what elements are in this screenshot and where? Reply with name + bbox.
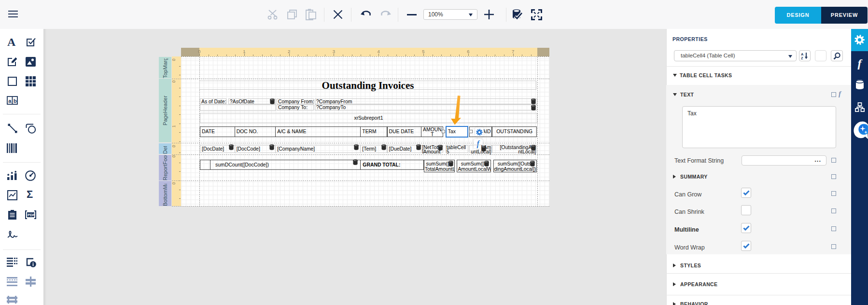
svg-text:a: a (8, 98, 12, 104)
svg-text:b: b (14, 98, 17, 104)
svg-text:PDF: PDF (28, 213, 35, 217)
svg-text:Z: Z (801, 56, 803, 60)
